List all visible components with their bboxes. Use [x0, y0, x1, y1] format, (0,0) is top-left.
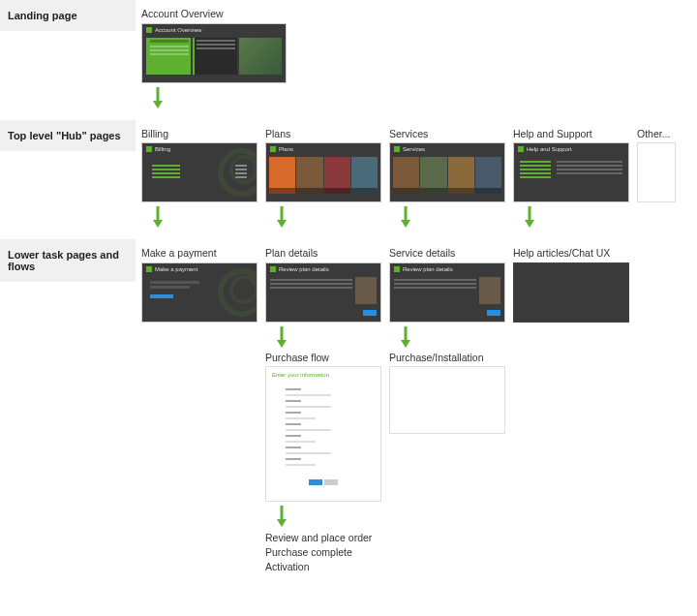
help-articles-title: Help articles/Chat UX	[513, 247, 629, 260]
thumb-plans: Plans	[265, 142, 381, 202]
arrow-down-icon	[151, 206, 258, 228]
back-icon	[518, 146, 524, 152]
services-title: Services	[389, 128, 505, 140]
payment-title: Make a payment	[141, 247, 258, 260]
row-label-hub: Top level "Hub" pages	[0, 120, 136, 151]
thumb-billing: Billing	[141, 142, 258, 202]
thumb-title: Billing	[155, 146, 170, 152]
plans-title: Plans	[265, 128, 381, 140]
billing-title: Billing	[141, 128, 258, 140]
col-help-articles: Help articles/Chat UX	[513, 247, 629, 323]
svg-marker-15	[401, 340, 410, 348]
col-services: Services Services	[389, 128, 505, 232]
thumb-help: Help and Support	[513, 142, 629, 202]
arrow-down-icon	[399, 326, 505, 348]
back-icon	[270, 146, 276, 152]
review-line3: Activation	[265, 560, 381, 574]
col-plans: Plans Plans	[265, 128, 381, 232]
thumb-title: Enter your information	[266, 367, 380, 383]
row-content-lower: Make a payment Make a payment Plan detai…	[136, 239, 697, 581]
col-plan-details: Plan details Review plan details Purchas…	[265, 247, 381, 573]
thumb-title: Services	[403, 146, 425, 152]
back-icon	[146, 27, 152, 33]
thumb-title: Help and Support	[527, 146, 572, 152]
row-landing: Landing page Account Overview Account Ov…	[0, 0, 697, 120]
back-icon	[146, 266, 152, 272]
arrow-down-icon	[151, 87, 287, 108]
col-landing: Account Overview Account Overview	[141, 8, 287, 112]
thumb-title: Plans	[279, 146, 293, 152]
help-title: Help and Support	[513, 128, 629, 140]
thumb-title: Review plan details	[279, 266, 329, 272]
back-icon	[394, 146, 400, 152]
plan-details-title: Plan details	[265, 247, 381, 260]
thumb-services: Services	[389, 142, 505, 202]
review-text: Review and place order Purchase complete…	[265, 531, 381, 573]
col-help: Help and Support Help and Support	[513, 128, 629, 232]
review-line2: Purchase complete	[265, 545, 381, 560]
arrow-down-icon	[523, 206, 629, 228]
col-billing: Billing Billing	[141, 128, 258, 232]
other-title: Other...	[637, 128, 676, 140]
svg-marker-5	[277, 220, 287, 228]
thumb-plan-details: Review plan details	[265, 262, 381, 323]
col-other: Other...	[637, 128, 676, 203]
thumb-account-overview: Account Overview	[141, 23, 287, 83]
row-content-hub: Billing Billing Plans Plans	[136, 120, 697, 240]
arrow-down-icon	[275, 506, 381, 527]
svg-marker-7	[401, 220, 410, 228]
landing-title: Account Overview	[141, 8, 287, 20]
svg-marker-1	[153, 101, 163, 108]
arrow-down-icon	[275, 326, 381, 348]
col-payment: Make a payment Make a payment	[141, 247, 258, 323]
thumb-title: Account Overview	[155, 27, 201, 33]
svg-marker-13	[277, 519, 287, 527]
svg-marker-3	[153, 220, 163, 228]
row-label-lower: Lower task pages and flows	[0, 239, 136, 282]
thumb-payment: Make a payment	[141, 262, 258, 323]
thumb-purchase-install	[389, 366, 505, 434]
service-details-title: Service details	[389, 247, 505, 260]
arrow-down-icon	[399, 206, 505, 228]
thumb-title: Make a payment	[155, 266, 197, 272]
thumb-service-details: Review plan details	[389, 262, 505, 323]
thumb-purchase-flow: Enter your information	[265, 366, 381, 502]
back-icon	[270, 266, 276, 272]
arrow-down-icon	[275, 206, 381, 228]
row-label-landing: Landing page	[0, 0, 136, 31]
back-icon	[146, 146, 152, 152]
svg-marker-11	[277, 340, 287, 348]
review-line1: Review and place order	[265, 531, 381, 545]
back-icon	[394, 266, 400, 272]
thumb-title: Review plan details	[403, 266, 453, 272]
row-content-landing: Account Overview Account Overview	[136, 0, 697, 120]
col-service-details: Service details Review plan details Purc…	[389, 247, 505, 434]
row-hub: Top level "Hub" pages Billing Billing Pl…	[0, 120, 697, 240]
row-lower: Lower task pages and flows Make a paymen…	[0, 239, 697, 581]
thumb-help-articles	[513, 262, 629, 323]
purchase-flow-title: Purchase flow	[265, 352, 381, 364]
svg-marker-9	[525, 220, 534, 228]
purchase-install-title: Purchase/Installation	[389, 352, 505, 364]
thumb-other	[637, 142, 676, 202]
